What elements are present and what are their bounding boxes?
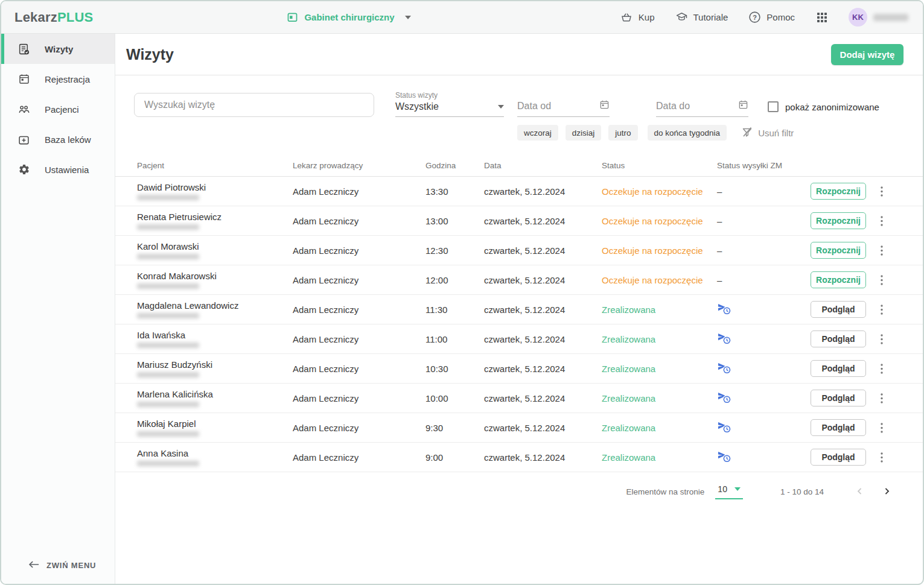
patient-id-redacted	[137, 461, 199, 466]
sidebar-item-rejestracja[interactable]: Rejestracja	[1, 64, 115, 94]
user-name-redacted	[873, 14, 908, 21]
prev-page-button[interactable]	[854, 485, 865, 499]
row-action-button[interactable]: Podgląd	[811, 330, 866, 347]
schedule-send-icon	[717, 361, 731, 377]
patients-icon	[18, 103, 30, 116]
visit-date: czwartek, 5.12.2024	[484, 334, 602, 344]
help-button[interactable]: ? Pomoc	[748, 11, 795, 24]
show-anonymized-label: pokaż zanonimizowane	[785, 102, 879, 112]
medicine-box-icon	[18, 133, 30, 146]
col-header-lekarz: Lekarz prowadzący	[293, 161, 425, 170]
sidebar-item-baza-lekow[interactable]: Baza leków	[1, 124, 115, 154]
visit-date: czwartek, 5.12.2024	[484, 423, 602, 433]
page-range-label: 1 - 10 do 14	[780, 487, 824, 496]
row-menu-kebab-icon[interactable]	[876, 242, 887, 259]
date-from-field[interactable]: Data od	[517, 100, 610, 117]
collapse-menu-label: ZWIŃ MENU	[46, 561, 96, 570]
row-action-button[interactable]: Podgląd	[811, 360, 866, 377]
collapse-menu-button[interactable]: ZWIŃ MENU	[1, 546, 115, 584]
show-anonymized-checkbox[interactable]: pokaż zanonimizowane	[768, 101, 879, 112]
row-menu-kebab-icon[interactable]	[876, 330, 887, 347]
schedule-send-icon	[717, 331, 731, 347]
patient-name: Mikołaj Karpiel	[137, 419, 293, 429]
sidebar-item-ustawienia[interactable]: Ustawienia	[1, 154, 115, 185]
sidebar-item-wizyty[interactable]: Wizyty	[1, 34, 115, 64]
app-logo[interactable]: LekarzPLUS	[14, 10, 93, 25]
tutorials-button[interactable]: Tutoriale	[675, 11, 728, 24]
schedule-send-icon	[717, 390, 731, 406]
status-filter-select[interactable]: Status wizyty Wszystkie	[395, 91, 504, 117]
row-action-button[interactable]: Rozpocznij	[811, 183, 866, 200]
sidebar-item-label: Pacjenci	[45, 104, 79, 115]
row-menu-kebab-icon[interactable]	[876, 212, 887, 229]
row-action-button[interactable]: Rozpocznij	[811, 212, 866, 229]
visits-table: Pacjent Lekarz prowadzący Godzina Data S…	[115, 155, 923, 472]
app-window: LekarzPLUS Gabinet chirurgiczny Kup Tuto…	[0, 0, 924, 585]
row-menu-kebab-icon[interactable]	[876, 301, 887, 318]
topbar-right: Kup Tutoriale ? Pomoc KK	[620, 8, 908, 27]
visits-icon	[18, 43, 30, 55]
row-action-button[interactable]: Podgląd	[811, 449, 866, 466]
apps-grid-button[interactable]	[815, 11, 828, 24]
col-header-data: Data	[484, 161, 602, 170]
patient-id-redacted	[137, 431, 199, 437]
chip-do-konca-tygodnia[interactable]: do końca tygodnia	[648, 125, 727, 141]
row-action-button[interactable]: Rozpocznij	[811, 242, 866, 259]
date-to-field[interactable]: Data do	[656, 100, 748, 117]
clinic-name: Gabinet chirurgiczny	[304, 12, 394, 22]
table-row: Karol Morawski Adam Leczniczy 12:30 czwa…	[115, 236, 923, 265]
doctor-name: Adam Leczniczy	[293, 393, 425, 403]
sidebar-item-pacjenci[interactable]: Pacjenci	[1, 94, 115, 124]
row-menu-kebab-icon[interactable]	[876, 271, 887, 288]
clear-filter-button[interactable]: Usuń filtr	[741, 126, 794, 140]
calendar-icon	[599, 100, 610, 112]
chip-wczoraj[interactable]: wczoraj	[517, 125, 558, 141]
chip-jutro[interactable]: jutro	[608, 125, 637, 141]
row-menu-kebab-icon[interactable]	[876, 419, 887, 436]
doctor-name: Adam Leczniczy	[293, 452, 425, 463]
visit-time: 13:30	[425, 186, 484, 197]
schedule-send-icon	[717, 302, 731, 318]
row-action-button[interactable]: Podgląd	[811, 419, 866, 436]
filter-off-icon	[741, 126, 753, 140]
chip-dzisiaj[interactable]: dzisiaj	[566, 125, 602, 141]
doctor-name: Adam Leczniczy	[293, 334, 425, 344]
patient-name: Magdalena Lewandowicz	[137, 300, 293, 311]
per-page-select[interactable]: 10	[715, 484, 743, 499]
clinic-selector[interactable]: Gabinet chirurgiczny	[286, 11, 410, 24]
patient-name: Marlena Kalicińska	[137, 389, 293, 399]
visit-status: Zrealizowana	[602, 423, 717, 433]
row-action-button[interactable]: Podgląd	[811, 390, 866, 406]
graduation-cap-icon	[675, 11, 688, 24]
search-input[interactable]	[134, 93, 374, 117]
user-menu[interactable]: KK	[849, 8, 908, 27]
schedule-send-icon	[717, 420, 731, 436]
next-page-button[interactable]	[881, 485, 893, 499]
add-visit-button[interactable]: Dodaj wizytę	[831, 44, 903, 65]
clear-filter-label: Usuń filtr	[758, 128, 794, 138]
tutorials-label: Tutoriale	[693, 12, 728, 22]
row-menu-kebab-icon[interactable]	[876, 360, 887, 377]
table-row: Mariusz Budzyński Adam Leczniczy 10:30 c…	[115, 354, 923, 384]
patient-name: Dawid Piotrowski	[137, 182, 293, 192]
buy-button[interactable]: Kup	[620, 11, 655, 24]
row-menu-kebab-icon[interactable]	[876, 449, 887, 466]
col-header-godzina: Godzina	[425, 161, 484, 170]
row-menu-kebab-icon[interactable]	[876, 390, 887, 406]
status-filter-label: Status wizyty	[395, 91, 504, 100]
row-action-button[interactable]: Rozpocznij	[811, 271, 866, 288]
doctor-name: Adam Leczniczy	[293, 245, 425, 256]
table-row: Magdalena Lewandowicz Adam Leczniczy 11:…	[115, 295, 923, 324]
chevron-down-icon	[734, 487, 741, 491]
visit-date: czwartek, 5.12.2024	[484, 245, 602, 256]
doctor-name: Adam Leczniczy	[293, 216, 425, 226]
sidebar-item-label: Ustawienia	[45, 165, 89, 175]
per-page-value: 10	[718, 484, 727, 494]
patient-id-redacted	[137, 343, 199, 348]
row-action-button[interactable]: Podgląd	[811, 301, 866, 318]
row-menu-kebab-icon[interactable]	[876, 183, 887, 200]
patient-id-redacted	[137, 372, 199, 378]
visit-status: Oczekuje na rozpoczęcie	[602, 186, 717, 197]
visit-status: Zrealizowana	[602, 452, 717, 463]
basket-icon	[620, 11, 633, 24]
